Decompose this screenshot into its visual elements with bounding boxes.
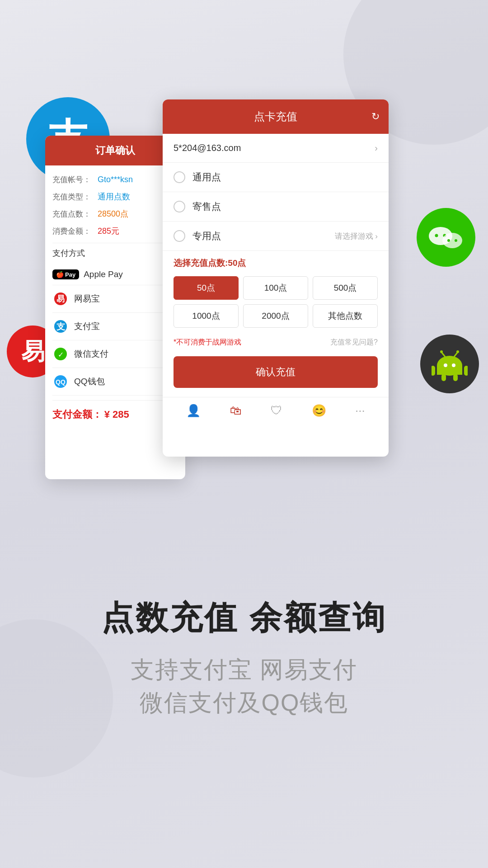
wechat-icon <box>417 208 475 267</box>
refresh-icon[interactable]: ↻ <box>371 111 380 123</box>
divider-2 <box>52 400 178 401</box>
wechat-pay-icon: ✓ <box>52 346 69 362</box>
netease-pay-icon: 易 <box>52 291 69 307</box>
point-2000-button[interactable]: 2000点 <box>243 304 308 328</box>
apple-pay-option[interactable]: 🍎 Pay Apple Pay <box>52 264 178 285</box>
consignment-points-radio[interactable] <box>174 201 185 212</box>
account-label: 充值帐号： <box>52 175 98 185</box>
general-points-radio[interactable] <box>174 171 185 183</box>
cards-container: 订单确认 充值帐号： Gto***ksn 充值类型： 通用点数 充值点数： 28… <box>45 99 389 443</box>
special-points-label: 专用点 <box>192 230 221 242</box>
type-row: 充值类型： 通用点数 <box>52 191 178 202</box>
point-500-button[interactable]: 500点 <box>313 276 378 300</box>
svg-rect-19 <box>453 374 458 381</box>
point-50-button[interactable]: 50点 <box>174 276 239 300</box>
qq-wallet-label: QQ钱包 <box>74 376 105 387</box>
radio-section: 通用点 寄售点 专用点 请选择游戏 › <box>163 163 389 251</box>
recharge-title: 点卡充值 <box>254 109 297 124</box>
recharge-card-header: 点卡充值 ↻ <box>163 99 389 134</box>
consignment-points-label: 寄售点 <box>192 200 221 213</box>
svg-text:✓: ✓ <box>58 351 64 359</box>
amount-label: 消费金额： <box>52 226 98 236</box>
general-points-label: 通用点 <box>192 171 221 184</box>
svg-rect-17 <box>464 366 468 376</box>
svg-text:支: 支 <box>56 322 66 331</box>
netease-pay-option[interactable]: 易 网易宝 <box>52 285 178 313</box>
main-title: 点数充值 余额查询 <box>101 596 387 640</box>
points-grid: 50点 100点 500点 1000点 2000点 其他点数 <box>163 273 389 334</box>
point-100-button[interactable]: 100点 <box>243 276 308 300</box>
svg-point-6 <box>455 239 457 242</box>
svg-rect-18 <box>441 374 446 381</box>
svg-point-15 <box>456 350 459 353</box>
payment-section-title: 支付方式 <box>52 248 178 259</box>
sub-title: 支持支付宝 网易支付 微信支付及QQ钱包 <box>131 653 357 719</box>
email-row[interactable]: 5*204@163.com › <box>163 134 389 163</box>
point-1000-button[interactable]: 1000点 <box>174 304 239 328</box>
special-points-right: 专用点 请选择游戏 › <box>192 230 378 242</box>
game-select-hint: 请选择游戏 › <box>335 231 378 241</box>
nav-bag-icon[interactable]: 🛍 <box>230 404 242 418</box>
qq-wallet-option[interactable]: QQ QQ钱包 <box>52 368 178 396</box>
point-other-button[interactable]: 其他点数 <box>313 304 378 328</box>
nav-face-icon[interactable]: 😊 <box>312 404 326 418</box>
note-row: *不可消费于战网游戏 充值常见问题? <box>163 334 389 354</box>
divider-1 <box>52 243 178 243</box>
amount-value: 285元 <box>98 226 119 236</box>
svg-text:QQ: QQ <box>56 378 66 386</box>
svg-point-5 <box>447 239 450 242</box>
bottom-text-section: 点数充值 余额查询 支持支付宝 网易支付 微信支付及QQ钱包 <box>0 448 488 868</box>
points-value: 28500点 <box>98 208 128 219</box>
total-amount: 支付金额： ¥ 285 <box>52 408 178 421</box>
alipay-label: 支付宝 <box>74 321 100 332</box>
account-value: Gto***ksn <box>98 175 133 184</box>
points-row: 充值点数： 28500点 <box>52 208 178 219</box>
qq-wallet-icon: QQ <box>52 373 69 390</box>
nav-person-icon[interactable]: 👤 <box>186 404 201 418</box>
total-amount-label: 支付金额： <box>52 409 102 420</box>
svg-rect-16 <box>432 366 435 376</box>
card-bottom-nav: 👤 🛍 🛡 😊 ··· <box>163 397 389 424</box>
total-amount-value: ¥ 285 <box>104 409 129 420</box>
nav-more-icon[interactable]: ··· <box>355 404 365 418</box>
chevron-right-icon: › <box>375 143 378 153</box>
wechat-pay-option[interactable]: ✓ 微信支付 <box>52 340 178 368</box>
svg-point-14 <box>440 350 443 353</box>
svg-text:易: 易 <box>56 294 65 303</box>
svg-rect-9 <box>437 366 462 375</box>
svg-point-11 <box>452 363 455 367</box>
email-value: 5*204@163.com <box>174 143 241 153</box>
android-icon <box>420 335 479 393</box>
faq-link[interactable]: 充值常见问题? <box>330 338 378 347</box>
points-label: 充值点数： <box>52 209 98 219</box>
amount-row: 消费金额： 285元 <box>52 226 178 236</box>
nav-shield-icon[interactable]: 🛡 <box>271 404 282 418</box>
special-points-radio[interactable] <box>174 230 185 242</box>
apple-pay-label: Apple Pay <box>84 269 123 279</box>
svg-point-2 <box>435 234 438 237</box>
wechat-pay-label: 微信支付 <box>74 348 108 360</box>
apple-pay-icon: 🍎 Pay <box>52 269 79 279</box>
points-select-label: 选择充值点数:50点 <box>163 251 389 273</box>
type-label: 充值类型： <box>52 192 98 202</box>
points-selected-value: 50点 <box>228 258 246 268</box>
netease-pay-label: 网易宝 <box>74 293 100 305</box>
type-value: 通用点数 <box>98 191 130 202</box>
svg-point-10 <box>444 363 447 367</box>
confirm-recharge-button[interactable]: 确认充值 <box>174 356 378 388</box>
sub-title-line1: 支持支付宝 网易支付 <box>131 653 357 686</box>
consignment-points-option[interactable]: 寄售点 <box>163 192 389 222</box>
sub-title-line2: 微信支付及QQ钱包 <box>131 686 357 719</box>
special-points-option[interactable]: 专用点 请选择游戏 › <box>163 222 389 251</box>
alipay-pay-icon: 支 <box>52 318 69 335</box>
account-row: 充值帐号： Gto***ksn <box>52 175 178 185</box>
svg-point-4 <box>442 233 462 248</box>
recharge-card: 点卡充值 ↻ 5*204@163.com › 通用点 寄售点 专用点 <box>163 99 389 457</box>
general-points-option[interactable]: 通用点 <box>163 163 389 192</box>
note-text: *不可消费于战网游戏 <box>174 338 241 347</box>
svg-text:易: 易 <box>21 338 45 364</box>
alipay-option[interactable]: 支 支付宝 <box>52 313 178 340</box>
